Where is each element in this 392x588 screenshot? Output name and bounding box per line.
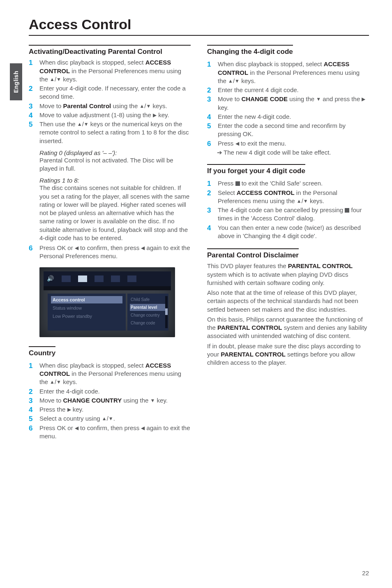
forget-step-3: The 4-digit code can be cancelled by pre… [207, 206, 369, 223]
heading-forget: If you forget your 4 digit code [207, 164, 305, 175]
ratings1to8-title: Ratings 1 to 8: [29, 177, 191, 184]
activating-step-6: Press OK or ◀ to confirm, then press ◀ a… [29, 244, 191, 261]
right-column: Changing the 4-digit code When disc play… [207, 45, 369, 441]
osd-menu-low-power: Low Power standby [51, 313, 122, 320]
forget-step-1: Press to exit the 'Child Safe' screen. [207, 179, 369, 188]
disclaimer-p1: This DVD player features the PARENTAL CO… [207, 262, 369, 287]
disclaimer-p3: On this basis, Philips cannot guarantee … [207, 315, 369, 340]
up-icon: ▲ [50, 379, 55, 385]
country-steps: When disc playback is stopped, select AC… [29, 361, 191, 440]
stop-icon [235, 181, 240, 186]
down-icon: ▼ [84, 121, 89, 127]
osd-topbar: 🔊 [44, 271, 171, 286]
changing-step-1: When disc playback is stopped, select AC… [207, 60, 369, 85]
osd-r-change-country: Change country [130, 312, 166, 319]
activating-step-5: Then use the ▲/▼ keys or the numerical k… [29, 120, 191, 145]
osd-scrollbar-thumb [165, 308, 168, 315]
country-step-5: Select a country using ▲/▼. [29, 414, 191, 423]
osd-lowerbar [44, 286, 171, 290]
country-step-2: Enter the 4-digit code. [29, 387, 191, 396]
forget-steps: Press to exit the 'Child Safe' screen. S… [207, 179, 369, 240]
down-icon: ▼ [303, 198, 308, 204]
language-tab-label: English [13, 71, 19, 93]
down-icon: ▼ [316, 96, 321, 102]
changing-step-2: Enter the current 4 digit code. [207, 86, 369, 94]
changing-step-5: Enter the code a second time and reconfi… [207, 122, 369, 139]
osd-right-panel: Child Safe Parental level Change country… [127, 294, 168, 331]
disclaimer-p4: If in doubt, please make sure the disc p… [207, 342, 369, 367]
down-icon: ▼ [56, 379, 61, 385]
country-step-1: When disc playback is stopped, select AC… [29, 361, 191, 387]
osd-r-change-code: Change code [130, 319, 166, 326]
changing-result: The new 4 digit code will be take effect… [207, 148, 369, 157]
country-step-6: Press OK or ◀ to confirm, then press ◀ a… [29, 424, 191, 441]
up-icon: ▲ [228, 78, 233, 84]
down-icon: ▼ [108, 415, 113, 422]
right-icon: ▶ [153, 112, 157, 118]
heading-country: Country [29, 346, 55, 357]
sound-icon: 🔊 [47, 275, 54, 282]
right-icon: ▶ [362, 96, 365, 102]
heading-disclaimer: Parental Control Disclaimer [207, 248, 299, 259]
activating-steps: When disc playback is stopped, select AC… [29, 58, 191, 145]
up-icon: ▲ [102, 415, 107, 422]
osd-scrollbar [165, 296, 168, 328]
up-icon: ▲ [139, 103, 144, 109]
page-title: Access Control [29, 16, 369, 36]
up-icon: ▲ [297, 198, 302, 204]
activating-step-2: Enter your 4-digit code. If necessary, e… [29, 84, 191, 101]
heading-changing: Changing the 4-digit code [207, 45, 293, 56]
forget-step-2: Select ACCESS CONTROL in the Personal Pr… [207, 189, 369, 206]
activating-step-1: When disc playback is stopped, select AC… [29, 58, 191, 83]
country-step-3: Move to CHANGE COUNTRY using the ▼ key. [29, 396, 191, 405]
changing-step-6: Press ◀ to exit the menu. [207, 139, 369, 148]
changing-step-4: Enter the new 4-digit code. [207, 113, 369, 121]
activating-step-4: Move to value adjustment (1-8) using the… [29, 111, 191, 119]
up-icon: ▲ [77, 121, 82, 127]
activating-steps-cont: Press OK or ◀ to confirm, then press ◀ a… [29, 244, 191, 261]
language-tab: English [10, 63, 22, 100]
country-step-4: Press the ▶ key. [29, 405, 191, 414]
content-columns: Activating/Deactivating Parental Control… [29, 45, 369, 441]
forget-step-4: You can then enter a new code (twice!) a… [207, 224, 369, 241]
down-icon: ▼ [56, 76, 61, 83]
disclaimer-p2: Also note that at the time of release of… [207, 289, 369, 314]
osd-menu-access-control: Access control [51, 296, 122, 303]
page-number: 22 [362, 569, 369, 576]
osd-left-panel: Access control Status window Low Power s… [48, 294, 126, 331]
left-icon: ◀ [235, 140, 239, 147]
osd-r-parental-level: Parental level [130, 304, 166, 311]
rating0-body: Parental Control is not activated. The D… [29, 156, 191, 173]
osd-screenshot: 🔊 Access control Status window Low Power… [39, 267, 175, 337]
osd-menu-status-window: Status window [51, 304, 122, 312]
up-icon: ▲ [50, 76, 55, 83]
changing-step-3: Move to CHANGE CODE using the ▼ and pres… [207, 95, 369, 112]
ratings1to8-body: The disc contains scenes not suitable fo… [29, 184, 191, 242]
left-icon: ◀ [75, 425, 78, 431]
activating-step-3: Move to Parental Control using the ▲/▼ k… [29, 102, 191, 110]
osd-r-child-safe: Child Safe [130, 296, 166, 303]
rating0-title: Rating 0 (displayed as '– –'): [29, 149, 191, 156]
down-icon: ▼ [150, 397, 155, 404]
down-icon: ▼ [235, 78, 240, 84]
stop-icon [345, 208, 349, 213]
left-icon: ◀ [75, 245, 78, 251]
down-icon: ▼ [146, 103, 151, 109]
right-icon: ▶ [67, 406, 71, 413]
changing-steps: When disc playback is stopped, select AC… [207, 60, 369, 148]
heading-activating: Activating/Deactivating Parental Control [29, 45, 191, 56]
left-column: Activating/Deactivating Parental Control… [29, 45, 191, 441]
